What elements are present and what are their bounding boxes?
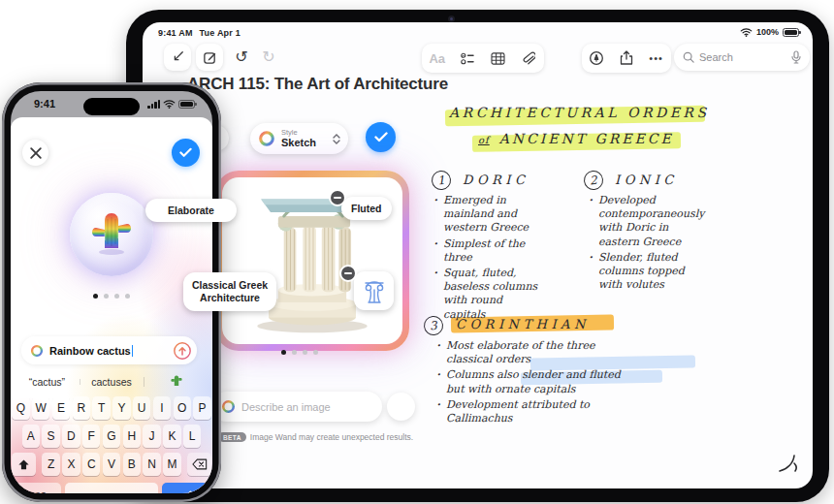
describe-image-field[interactable]: Describe an image (211, 392, 382, 422)
markup-button[interactable] (584, 46, 609, 71)
key[interactable]: W (32, 396, 49, 420)
playground-page-dots[interactable] (93, 294, 130, 299)
search-field[interactable]: Search (674, 44, 810, 71)
return-key[interactable] (162, 483, 208, 493)
rainbow-cactus-image (90, 209, 133, 260)
image-playground-icon (258, 130, 275, 147)
notes-heading-2: ofANCIENT GREECE (478, 131, 674, 146)
remove-sketch-button[interactable] (339, 265, 357, 282)
ipad-toolbar: ↺ ↻ Aa (143, 44, 813, 73)
source-sketch-chip[interactable] (354, 271, 394, 310)
suggestion-plural[interactable]: cactuses (80, 376, 144, 388)
text-format-icon: Aa (429, 51, 445, 66)
key[interactable]: D (62, 425, 80, 448)
generated-image-bubble[interactable] (70, 193, 153, 276)
key[interactable]: H (123, 425, 141, 448)
compose-button[interactable] (196, 44, 223, 71)
checklist-button[interactable] (455, 46, 480, 71)
table-icon (491, 52, 505, 65)
attachment-button[interactable] (516, 46, 541, 71)
cellular-icon (147, 100, 160, 109)
iphone-clock: 9:41 (34, 98, 55, 110)
numbers-key[interactable]: 123 (15, 483, 61, 493)
note-bullet: Developed contemporaneously with Doric i… (589, 194, 752, 249)
prompt-text: Rainbow cactus (49, 345, 131, 357)
key[interactable]: J (143, 425, 160, 448)
key[interactable]: S (42, 425, 59, 448)
attribute-chip-elaborate[interactable]: Elaborate (145, 199, 237, 222)
key[interactable]: K (163, 425, 180, 448)
checkmark-icon (178, 490, 192, 493)
prompt-input[interactable]: Rainbow cactus (21, 336, 197, 364)
style-selector[interactable]: Style Sketch (250, 123, 348, 154)
keyboard-row-1: QWERTYUIOP (11, 396, 212, 420)
key[interactable]: P (193, 396, 210, 420)
key[interactable]: G (103, 425, 120, 448)
dictation-icon[interactable] (791, 50, 801, 64)
style-value: Sketch (281, 137, 327, 148)
key[interactable]: I (153, 396, 171, 420)
search-icon (683, 51, 694, 63)
keyboard-row-3: ZXCVBNM (11, 453, 212, 476)
key[interactable]: V (103, 453, 120, 476)
key[interactable]: N (143, 453, 160, 476)
table-button[interactable] (486, 46, 511, 71)
playground-close-button[interactable] (22, 140, 48, 166)
section-title-corinthian: CORINTHIAN (456, 317, 590, 331)
image-wand-accept-button[interactable] (366, 122, 396, 152)
describe-placeholder: Describe an image (241, 401, 331, 413)
key[interactable]: R (73, 396, 90, 420)
wifi-icon (163, 99, 176, 109)
key[interactable]: Z (42, 453, 59, 476)
remove-fluted-button[interactable] (329, 189, 346, 206)
suggestion-emoji[interactable] (144, 374, 208, 390)
key[interactable]: X (62, 453, 80, 476)
battery-icon (783, 28, 799, 37)
key[interactable]: B (123, 453, 141, 476)
notes-heading-1: ARCHITECTURAL ORDERS (449, 105, 710, 120)
undo-button[interactable]: ↺ (228, 44, 255, 71)
section-title-ionic: IONIC (615, 173, 678, 187)
key[interactable]: U (133, 396, 150, 420)
image-playground-icon (30, 344, 44, 358)
ipad-screen: 9:41 AMTue Apr 1 100% (143, 22, 813, 488)
corinthian-bullets: Most elaborate of the three classical or… (436, 339, 756, 427)
wifi-icon (740, 27, 753, 37)
key[interactable]: Y (112, 396, 130, 420)
autocorrect-bar: “cactus” cactuses (15, 371, 208, 393)
backspace-key[interactable] (187, 453, 211, 476)
note-bullet: Development attributed to Callimachus (436, 398, 756, 425)
section-number-1: 1 (431, 170, 452, 191)
checkmark-icon (179, 147, 192, 158)
screenshot-stage: 9:41 AMTue Apr 1 100% (0, 0, 834, 504)
shift-key[interactable] (12, 453, 36, 476)
text-format-button[interactable]: Aa (425, 46, 450, 71)
attribute-chip-fluted[interactable]: Fluted (341, 197, 392, 220)
suggestion-quoted[interactable]: “cactus” (15, 376, 80, 388)
key[interactable]: T (92, 396, 110, 420)
add-attribute-button[interactable] (387, 393, 415, 421)
key[interactable]: E (52, 396, 70, 420)
key[interactable]: C (82, 453, 100, 476)
submit-prompt-button[interactable] (173, 341, 192, 361)
playground-accept-button[interactable] (172, 139, 200, 167)
paperclip-icon (522, 51, 535, 66)
key[interactable]: O (174, 396, 191, 420)
key[interactable]: F (82, 425, 100, 448)
section-number-2: 2 (583, 170, 604, 191)
key[interactable]: A (22, 425, 40, 448)
redo-button[interactable]: ↻ (255, 44, 282, 71)
more-button[interactable]: ••• (644, 46, 669, 71)
iphone-screen: 9:41 (11, 91, 212, 493)
space-key[interactable] (65, 483, 158, 493)
minimize-note-button[interactable] (164, 44, 191, 71)
key[interactable]: L (183, 425, 201, 448)
battery-icon (178, 100, 195, 109)
compose-icon (203, 50, 217, 65)
image-page-dots[interactable] (281, 350, 318, 355)
key[interactable]: M (163, 453, 180, 476)
key[interactable]: Q (12, 396, 29, 420)
ipad-date: Tue Apr 1 (200, 28, 241, 38)
attribute-chip-subject[interactable]: Classical Greek Architecture (183, 272, 276, 311)
share-button[interactable] (614, 46, 639, 71)
